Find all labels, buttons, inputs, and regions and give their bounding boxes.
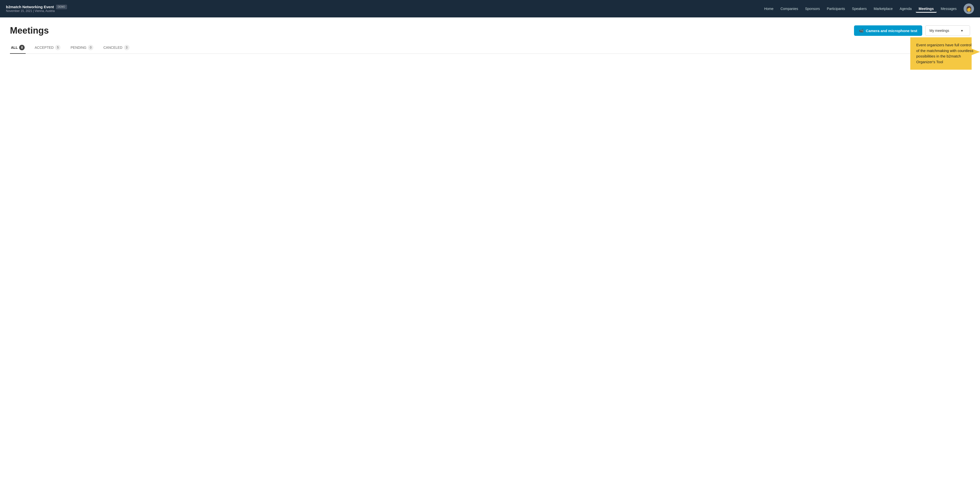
tab-all-badge: 8 xyxy=(19,45,25,50)
nav-brand: b2match Networking Event DEMO November 1… xyxy=(6,5,67,13)
page-title: Meetings xyxy=(10,25,49,36)
tab-accepted[interactable]: ACCEPTED 5 xyxy=(33,42,62,54)
tab-canceled-badge: 3 xyxy=(124,45,129,50)
nav-item-sponsors[interactable]: Sponsors xyxy=(802,5,822,13)
tab-pending[interactable]: PENDING 0 xyxy=(70,42,94,54)
tab-all[interactable]: ALL 8 xyxy=(10,42,25,54)
nav-item-messages[interactable]: Messages xyxy=(938,5,959,13)
brand-subtitle: November 15, 2021 | Vienna, Austria xyxy=(6,9,67,13)
nav-item-speakers[interactable]: Speakers xyxy=(849,5,870,13)
page-content: Meetings 📹 Camera and microphone test My… xyxy=(0,17,980,493)
tab-pending-badge: 0 xyxy=(88,45,93,50)
user-avatar[interactable]: 👩 xyxy=(964,3,974,14)
tooltip-bubble: Event organizers have full control of th… xyxy=(910,37,980,70)
camera-microphone-test-button[interactable]: 📹 Camera and microphone test xyxy=(854,25,922,36)
page-header: Meetings 📹 Camera and microphone test My… xyxy=(10,25,970,36)
nav-item-marketplace[interactable]: Marketplace xyxy=(871,5,896,13)
my-meetings-dropdown[interactable]: My meetings ▾ xyxy=(925,25,970,36)
nav-item-agenda[interactable]: Agenda xyxy=(897,5,915,13)
demo-badge: DEMO xyxy=(56,5,67,9)
nav-item-companies[interactable]: Companies xyxy=(778,5,801,13)
tab-canceled[interactable]: CANCELED 3 xyxy=(102,42,130,54)
nav-item-home[interactable]: Home xyxy=(761,5,776,13)
tabs-container: ALL 8 ACCEPTED 5 PENDING 0 CANCELED 3 AV… xyxy=(10,42,970,54)
navbar: b2match Networking Event DEMO November 1… xyxy=(0,0,980,17)
tab-accepted-badge: 5 xyxy=(55,45,60,50)
video-camera-icon: 📹 xyxy=(859,29,864,33)
chevron-down-icon: ▾ xyxy=(961,29,963,33)
nav-item-meetings[interactable]: Meetings xyxy=(916,5,937,13)
nav-links: Home Companies Sponsors Participants Spe… xyxy=(761,5,959,13)
brand-title: b2match Networking Event xyxy=(6,5,54,9)
nav-item-participants[interactable]: Participants xyxy=(824,5,848,13)
